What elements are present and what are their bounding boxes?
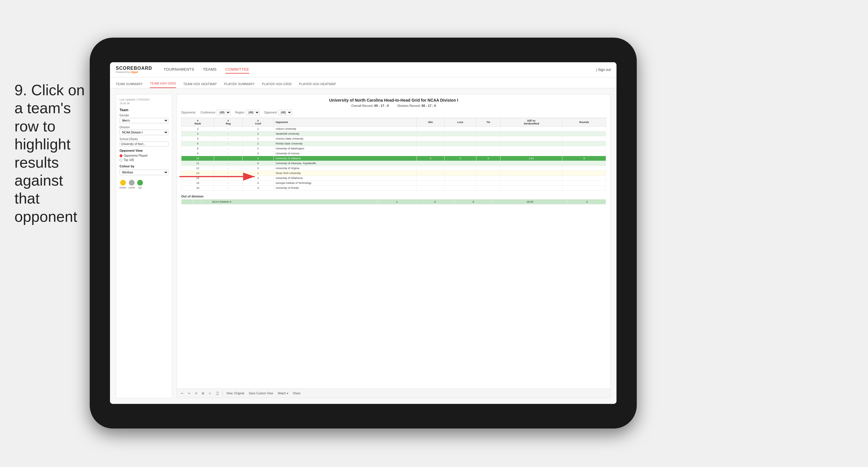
region-select[interactable]: (All) bbox=[246, 110, 259, 115]
cell-loss bbox=[444, 185, 476, 191]
cell-win bbox=[417, 171, 444, 176]
cell-loss bbox=[444, 136, 476, 141]
radio-top100[interactable]: Top 100 bbox=[120, 158, 168, 162]
table-row[interactable]: 11-6University of Arkansas, Fayetteville bbox=[182, 161, 606, 166]
tab-player-h2h-heatmap[interactable]: PLAYER H2H HEATMAP bbox=[299, 82, 336, 88]
cell-conf: 2 bbox=[242, 132, 274, 136]
cell-conf: 4 bbox=[242, 181, 274, 185]
undo-button[interactable]: ↩ bbox=[180, 391, 184, 396]
cell-reg: - bbox=[214, 136, 242, 141]
logo-area: SCOREBOARD Powered by clippd bbox=[116, 66, 152, 74]
cell-diff bbox=[500, 166, 562, 171]
cell-rank: 2 bbox=[182, 126, 214, 132]
gender-label: Gender bbox=[120, 114, 168, 117]
nav-teams[interactable]: TEAMS bbox=[203, 66, 216, 74]
table-row[interactable]: 4-1Arizona State University bbox=[182, 136, 606, 141]
watch-button[interactable]: Watch ▾ bbox=[277, 391, 289, 396]
table-row[interactable]: 14-2University of Oklahoma bbox=[182, 176, 606, 181]
tab-team-summary[interactable]: TEAM SUMMARY bbox=[116, 82, 143, 88]
filter-row: Opponents: Conference (All) Region (All) bbox=[181, 110, 606, 115]
legend-down: Down bbox=[120, 180, 126, 189]
table-row[interactable]: 13-1Texas Tech University bbox=[182, 171, 606, 176]
table-row[interactable]: 9-3University of Arizona bbox=[182, 151, 606, 156]
cell-rounds bbox=[562, 185, 606, 191]
redo-button[interactable]: ↪ bbox=[187, 391, 191, 396]
reset-button[interactable]: ↺ bbox=[194, 391, 198, 396]
od-rank bbox=[182, 200, 193, 204]
col-conf: #Conf bbox=[242, 118, 274, 126]
cell-loss bbox=[444, 146, 476, 151]
cell-reg: - bbox=[214, 156, 242, 161]
cell-conf: 3 bbox=[242, 166, 274, 171]
col-loss: Loss bbox=[444, 118, 476, 126]
overall-record: Overall Record: 89 - 17 - 0 bbox=[351, 104, 389, 108]
save-custom-button[interactable]: Save Custom View bbox=[248, 391, 274, 396]
cell-reg: - bbox=[214, 146, 242, 151]
cell-rank: 11 bbox=[182, 161, 214, 166]
cell-loss bbox=[444, 141, 476, 146]
cell-tie bbox=[476, 141, 500, 146]
table-row[interactable]: 6-2Florida State University bbox=[182, 141, 606, 146]
cell-rounds bbox=[562, 161, 606, 166]
table-row[interactable]: 2-1Auburn University bbox=[182, 126, 606, 132]
instruction-text: 9. Click on a team's row to highlight re… bbox=[14, 81, 90, 226]
out-division-row[interactable]: NCAA Division II 1 0 0 26.00 3 bbox=[182, 200, 606, 204]
school-value: University of Nort... bbox=[120, 142, 168, 146]
cell-conf: 2 bbox=[242, 176, 274, 181]
cell-rounds bbox=[562, 166, 606, 171]
opponent-label: Opponent bbox=[264, 111, 277, 114]
tab-team-h2h-grid[interactable]: TEAM H2H GRID bbox=[150, 82, 176, 88]
cell-opponent: University of Arizona bbox=[274, 151, 417, 156]
cell-conf: 1 bbox=[242, 126, 274, 132]
tab-team-h2h-heatmap[interactable]: TEAM H2H HEATMAP bbox=[183, 82, 217, 88]
gender-select[interactable]: Men's bbox=[120, 118, 168, 123]
table-row[interactable]: 16-3University of Florida bbox=[182, 185, 606, 191]
table-row[interactable]: 8-2University of Washington bbox=[182, 146, 606, 151]
opponent-select[interactable]: (All) bbox=[278, 110, 292, 115]
cell-rounds bbox=[562, 141, 606, 146]
nav-committee[interactable]: COMMITTEE bbox=[225, 66, 249, 74]
sign-out-button[interactable]: | Sign out bbox=[596, 68, 611, 72]
share-button[interactable]: Share bbox=[292, 391, 302, 396]
cell-win bbox=[417, 141, 444, 146]
region-label: Region bbox=[235, 111, 244, 114]
cell-opponent: Vanderbilt University bbox=[274, 132, 417, 136]
cell-opponent: Auburn University bbox=[274, 126, 417, 132]
table-row[interactable]: 12-3University of Virginia bbox=[182, 166, 606, 171]
cell-rank: 14 bbox=[182, 176, 214, 181]
cell-reg: - bbox=[214, 161, 242, 166]
table-row[interactable]: 3-2Vanderbilt University bbox=[182, 132, 606, 136]
od-conf bbox=[202, 200, 210, 204]
cell-rank: 12 bbox=[182, 166, 214, 171]
school-label: School (Rank) bbox=[120, 138, 168, 141]
conference-filter: Conference (All) bbox=[200, 110, 231, 115]
main-content: Last Updated: 27/03/2024 16:55:38 Team G… bbox=[110, 88, 617, 404]
tab-player-h2h-grid[interactable]: PLAYER H2H GRID bbox=[262, 82, 292, 88]
cell-opponent: Florida State University bbox=[274, 141, 417, 146]
clock-button[interactable]: ⌚ bbox=[214, 391, 220, 396]
grid-button[interactable]: ⊞ bbox=[200, 391, 205, 396]
left-panel: Last Updated: 27/03/2024 16:55:38 Team G… bbox=[116, 94, 172, 398]
cell-diff bbox=[500, 161, 562, 166]
tab-player-summary[interactable]: PLAYER SUMMARY bbox=[224, 82, 255, 88]
cell-rank: 3 bbox=[182, 132, 214, 136]
chart-button[interactable]: ∿ bbox=[208, 391, 212, 396]
division-select[interactable]: NCAA Division I bbox=[120, 130, 168, 135]
cell-rank: 4 bbox=[182, 136, 214, 141]
legend-row: Down Level Up bbox=[120, 180, 168, 189]
cell-conf: 3 bbox=[242, 185, 274, 191]
colour-by-select[interactable]: Win/loss bbox=[120, 170, 168, 175]
cell-diff bbox=[500, 146, 562, 151]
view-original-button[interactable]: View: Original bbox=[225, 391, 245, 396]
cell-diff: 2.61 bbox=[500, 156, 562, 161]
cell-diff bbox=[500, 136, 562, 141]
nav-tournaments[interactable]: TOURNAMENTS bbox=[164, 66, 194, 74]
cell-tie bbox=[476, 151, 500, 156]
table-row[interactable]: 10-5University of Alabama3002.618 bbox=[182, 156, 606, 161]
cell-rank: 13 bbox=[182, 171, 214, 176]
radio-opponents-played[interactable]: Opponents Played bbox=[120, 154, 168, 157]
conference-select[interactable]: (All) bbox=[217, 110, 231, 115]
col-rank: #Rank bbox=[182, 118, 214, 126]
od-diff: 26.00 bbox=[492, 200, 567, 204]
table-row[interactable]: 15-4Georgia Institute of Technology bbox=[182, 181, 606, 185]
